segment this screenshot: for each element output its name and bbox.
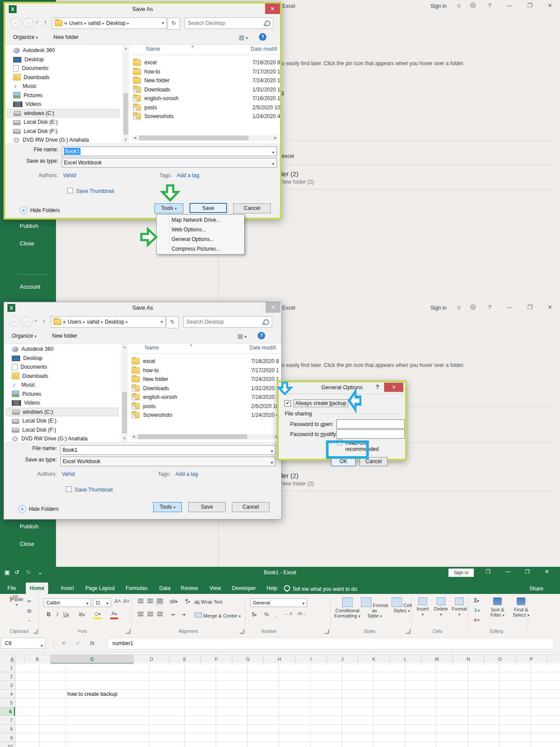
hide-folders-button[interactable]: ▲ Hide Folders	[18, 505, 59, 513]
file-row[interactable]: excel 7/16/2020 8	[132, 357, 280, 366]
feedback-smile-icon[interactable]: ☺	[453, 2, 465, 9]
save-thumbnail-checkbox[interactable]	[67, 188, 73, 193]
tree-item[interactable]: windows (C:)	[6, 408, 119, 416]
column-header[interactable]: N	[453, 655, 484, 664]
sign-in-link[interactable]: Sign in	[430, 3, 447, 9]
scrollbar-thumb[interactable]	[122, 392, 127, 433]
style-button[interactable]: Conditional Formatting ▾	[333, 597, 361, 619]
date-modified-column-header[interactable]: Date modifi	[249, 345, 276, 351]
minimize-icon[interactable]: —	[504, 2, 515, 9]
clipboard-dialog-launcher-icon[interactable]	[33, 629, 38, 634]
fill-icon[interactable]: ⇓▾	[472, 607, 480, 614]
file-row[interactable]: posts 2/5/2020 10	[132, 402, 280, 411]
address-dropdown-icon[interactable]: ▾	[162, 21, 164, 25]
dialog-help-icon[interactable]: ?	[258, 332, 265, 339]
ribbon-tab[interactable]: Page Layout	[81, 583, 119, 594]
dialog-help-icon[interactable]: ?	[259, 33, 266, 41]
align-bottom-icon[interactable]	[156, 598, 164, 605]
align-right-icon[interactable]	[156, 611, 164, 618]
new-folder-button[interactable]: New folder	[52, 333, 77, 339]
row-header[interactable]: 6	[0, 707, 15, 716]
tree-item[interactable]: DVD RW Drive (G:) Anahata	[7, 136, 120, 143]
tree-item[interactable]: Local Disk (F:)	[6, 426, 119, 434]
password-to-modify-input[interactable]	[336, 429, 405, 439]
ribbon-tab[interactable]: Review	[177, 583, 202, 594]
dropdown-icon[interactable]: ▾	[271, 458, 273, 467]
tree-item[interactable]: Videos	[6, 398, 119, 407]
tree-item[interactable]: Desktop	[7, 55, 120, 64]
column-header[interactable]: K	[358, 655, 390, 664]
name-column-header[interactable]: Name	[146, 46, 160, 52]
restore-icon[interactable]: ❐	[525, 569, 530, 575]
select-all-corner[interactable]	[0, 654, 15, 663]
font-name-select[interactable]: Calibri▾	[44, 598, 91, 607]
row-header[interactable]: 4	[0, 690, 15, 698]
scroll-down-icon[interactable]: ▼	[121, 435, 128, 442]
wrap-text-button[interactable]: ab̲ Wrap Text	[194, 599, 222, 604]
style-button[interactable]: Format as Table ▾	[360, 597, 388, 619]
file-row[interactable]: how-to 7/17/2020 1	[133, 67, 280, 76]
number-format-select[interactable]: General▾	[250, 598, 307, 607]
styles-dialog-launcher-icon[interactable]	[406, 629, 410, 634]
cancel-entry-icon[interactable]: ✕	[61, 638, 66, 649]
tree-item[interactable]: Documents	[6, 363, 119, 371]
file-row[interactable]: New folder 7/24/2020 1	[132, 375, 280, 384]
insert-function-icon[interactable]: fx	[90, 638, 94, 649]
decrease-decimal-icon[interactable]: .00→	[296, 611, 307, 618]
alignment-dialog-launcher-icon[interactable]	[240, 629, 244, 634]
copy-icon[interactable]: ⧉	[25, 608, 33, 615]
back-icon[interactable]: ←	[9, 316, 20, 327]
dialog-close-button[interactable]: ✕	[266, 302, 280, 313]
row-header[interactable]: 10	[0, 742, 15, 747]
merge-center-button[interactable]: Merge & Center ▾	[194, 612, 241, 618]
ribbon-tab[interactable]: Insert	[57, 583, 78, 594]
tell-me-box[interactable]: Tell me what you want to do	[292, 586, 357, 592]
scrollbar-thumb[interactable]	[123, 93, 128, 135]
scrollbar-thumb[interactable]	[138, 434, 247, 439]
search-icon[interactable]	[263, 319, 269, 325]
column-header[interactable]: P	[516, 655, 547, 664]
feedback-frown-icon[interactable]: ☹	[467, 2, 479, 9]
always-create-backup-label[interactable]: Always create backup	[294, 399, 348, 407]
address-bar[interactable]: « Users▸ vahid▸ Desktop▸ ▾	[51, 316, 165, 328]
ribbon-tab[interactable]: File	[4, 583, 20, 594]
ribbon-tab[interactable]: Data	[155, 583, 174, 594]
cancel-button[interactable]: Cancel	[233, 203, 271, 213]
breadcrumb-item[interactable]: Users	[68, 319, 81, 325]
refresh-icon[interactable]: ↻	[166, 316, 178, 328]
clear-icon[interactable]: ◈▾	[472, 617, 480, 624]
views-icon[interactable]: ▤ ▾	[238, 333, 246, 339]
fill-color-icon[interactable]: ◇▾	[94, 611, 102, 619]
tools-button[interactable]: Tools ▾	[154, 203, 183, 213]
feedback-frown-icon[interactable]: ☹	[467, 304, 479, 311]
increase-decimal-icon[interactable]: ←.0	[283, 611, 294, 618]
sidebar-item-publish[interactable]: Publish	[20, 223, 38, 229]
ribbon-display-options-icon[interactable]: ❐	[486, 569, 490, 575]
address-dropdown-icon[interactable]: ▾	[161, 319, 163, 324]
scroll-down-icon[interactable]: ▼	[122, 136, 129, 143]
grow-font-icon[interactable]: A˄	[114, 598, 122, 605]
font-color-icon[interactable]: A▾	[110, 611, 118, 619]
number-dialog-launcher-icon[interactable]	[325, 629, 329, 634]
decrease-indent-icon[interactable]: ⇤	[170, 611, 178, 618]
always-create-backup-checkbox[interactable]: ✔	[284, 400, 291, 407]
underline-button[interactable]: U▾	[62, 611, 70, 618]
row-header[interactable]: 7	[0, 716, 15, 725]
scrollbar-thumb[interactable]	[139, 136, 248, 140]
borders-icon[interactable]: ⊞▾	[78, 611, 86, 618]
ribbon-tab[interactable]: Developer	[228, 583, 260, 594]
sign-in-button[interactable]: Sign in	[448, 569, 474, 577]
sidebar-item-account[interactable]: Account	[20, 283, 40, 290]
organize-button[interactable]: Organize ▾	[13, 34, 38, 40]
cells-button[interactable]: Format▾	[451, 597, 468, 617]
cells-button[interactable]: Insert▾	[414, 597, 431, 617]
menu-item[interactable]: Compress Pictures...	[172, 244, 242, 254]
tree-item[interactable]: Autodesk 360	[7, 46, 120, 55]
save-thumbnail-checkbox[interactable]	[66, 486, 72, 492]
tree-item[interactable]: Downloads	[7, 73, 120, 82]
password-to-open-input[interactable]	[336, 419, 405, 429]
file-row[interactable]: Downloads 1/31/2020 1	[132, 384, 280, 393]
editing-button[interactable]: Sort & Filter ▾	[486, 597, 508, 618]
align-left-icon[interactable]	[136, 611, 144, 618]
recent-locations-icon[interactable]: ▾	[36, 20, 38, 24]
